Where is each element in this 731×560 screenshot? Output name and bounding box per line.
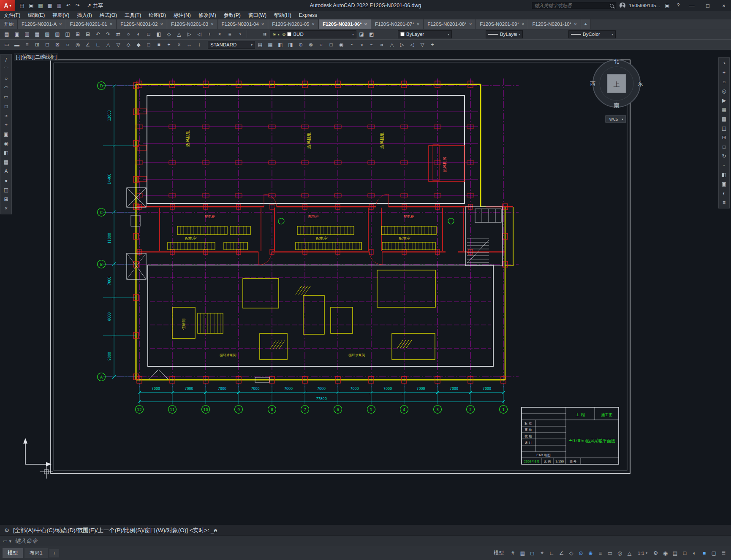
file-tab[interactable]: F120S-N0201-A×	[18, 19, 66, 29]
menu-item-8[interactable]: 修改(M)	[195, 12, 220, 19]
text-style-combo[interactable]: STANDARD▾	[208, 41, 255, 49]
toolbar-icon[interactable]: ◧	[154, 30, 164, 39]
model-space-button[interactable]: 模型	[490, 549, 507, 557]
navbar-icon-0[interactable]: ◔	[719, 59, 729, 68]
navbar-icon-2[interactable]: ○	[719, 77, 729, 87]
draw-toolbar-icon-15[interactable]: ⊞	[1, 195, 11, 204]
toolbar-icon[interactable]: ⇄	[113, 30, 123, 39]
tab-close-icon[interactable]: ×	[312, 22, 314, 27]
toolbar-icon[interactable]: ×	[215, 30, 225, 39]
toolbar-icon[interactable]: ∟	[93, 40, 103, 49]
toolbar-icon[interactable]: ◧	[275, 40, 285, 49]
file-tab[interactable]: F120S-N0201-04×	[218, 19, 269, 29]
toolbar-icon[interactable]: ○	[123, 30, 133, 39]
toolbar-icon[interactable]: ◇	[164, 30, 174, 39]
user-avatar-icon[interactable]	[620, 3, 625, 8]
menu-item-7[interactable]: 标注(N)	[170, 12, 195, 19]
draw-toolbar-icon-6[interactable]: ≈	[1, 111, 11, 120]
toolbar-icon[interactable]: ◁	[194, 30, 204, 39]
navbar-icon-13[interactable]: ▣	[719, 179, 729, 189]
file-tab[interactable]: F120S-N0201-02×	[117, 19, 167, 29]
lineweight-combo[interactable]: ByColor▾	[568, 30, 616, 38]
toolbar-icon[interactable]: ◫	[63, 30, 73, 39]
match-properties-icon[interactable]: ◩	[367, 30, 377, 39]
toolbar-icon[interactable]: △	[103, 40, 113, 49]
toolbar-icon[interactable]: ▦	[32, 30, 42, 39]
toolbar-icon[interactable]: +	[204, 30, 215, 39]
model-tab[interactable]: 模型	[3, 548, 23, 558]
toolbar-icon[interactable]: ○	[316, 40, 326, 49]
workspace-gear-icon[interactable]: ⚙	[651, 548, 660, 558]
navbar-icon-14[interactable]: ◐	[719, 189, 729, 198]
command-window-icon[interactable]: ▭	[3, 538, 7, 544]
clean-screen-toggle[interactable]: ▢	[709, 548, 719, 558]
open-file-icon[interactable]: ▣	[27, 3, 35, 8]
draw-toolbar-icon-16[interactable]: ×	[1, 204, 11, 213]
toolbar-icon[interactable]: ▣	[12, 30, 22, 39]
toolbar-icon[interactable]: ⊞	[32, 40, 42, 49]
menu-item-10[interactable]: 窗口(W)	[245, 12, 270, 19]
toolbar-icon[interactable]: ○	[63, 40, 73, 49]
tab-close-icon[interactable]: ×	[59, 22, 62, 27]
new-file-icon[interactable]: ▤	[18, 3, 26, 8]
menu-item-12[interactable]: Express	[295, 12, 321, 18]
ui-lock-toggle[interactable]: □	[680, 548, 690, 558]
layer-properties-icon[interactable]: ≋	[260, 30, 270, 39]
viewport-controls[interactable]: [-][俯视][二维线框]	[14, 53, 58, 61]
toolbar-icon[interactable]: ∠	[83, 40, 93, 49]
toolbar-icon[interactable]: ▽	[113, 40, 123, 49]
draw-toolbar-icon-4[interactable]: ▭	[1, 92, 11, 102]
infer-constraints-toggle[interactable]: ◻	[527, 548, 537, 558]
match-properties-icon[interactable]: ◪	[356, 30, 367, 39]
help-icon[interactable]: ?	[674, 3, 682, 8]
drawing-canvas[interactable]: 热风机组热风机组热风机组热风机房配电柜配电柜配电柜配电室配电室配电室值班间循环水…	[0, 50, 731, 525]
navbar-icon-1[interactable]: +	[719, 68, 729, 77]
isodraft-toggle[interactable]: ◇	[566, 548, 576, 558]
draw-toolbar-icon-9[interactable]: ◉	[1, 139, 11, 148]
toolbar-icon[interactable]: ◨	[285, 40, 296, 49]
toolbar-icon[interactable]: ◔	[346, 40, 356, 49]
menu-item-5[interactable]: 工具(T)	[121, 12, 145, 19]
toolbar-icon[interactable]: ◁	[407, 40, 417, 49]
3d-osnap-toggle[interactable]: △	[625, 548, 634, 558]
menu-item-4[interactable]: 格式(O)	[96, 12, 121, 19]
file-tab[interactable]: F120S-N0201-07*×	[371, 19, 424, 29]
toolbar-icon[interactable]: △	[387, 40, 397, 49]
transparency-toggle[interactable]: ▭	[605, 548, 615, 558]
ortho-toggle[interactable]: ∟	[547, 548, 557, 558]
tab-close-icon[interactable]: ×	[574, 22, 576, 27]
draw-toolbar-icon-11[interactable]: ▤	[1, 157, 11, 167]
toolbar-icon[interactable]: ↷	[103, 30, 113, 39]
toolbar-icon[interactable]: ▨	[52, 30, 63, 39]
menu-item-0[interactable]: 文件(F)	[0, 12, 24, 19]
toolbar-icon[interactable]: △	[174, 30, 184, 39]
toolbar-icon[interactable]: □	[144, 40, 154, 49]
wcs-control[interactable]: WCS▾	[606, 116, 626, 122]
toolbar-icon[interactable]: ◐	[133, 30, 144, 39]
toolbar-icon[interactable]: ◎	[73, 40, 83, 49]
redo-icon[interactable]: ↷	[73, 3, 82, 8]
draw-toolbar-icon-1[interactable]: ⌒	[1, 65, 11, 74]
file-tab[interactable]: F120S-N0201-05×	[268, 19, 319, 29]
menu-item-2[interactable]: 视图(V)	[49, 12, 73, 19]
annotation-monitor-toggle[interactable]: ◉	[660, 548, 670, 558]
toolbar-icon[interactable]: ~	[367, 40, 377, 49]
toolbar-icon[interactable]: ▧	[42, 30, 52, 39]
toolbar-icon[interactable]: ▽	[417, 40, 427, 49]
menu-item-1[interactable]: 编辑(E)	[24, 12, 49, 19]
command-customize-icon[interactable]: ⚙	[3, 527, 11, 533]
toolbar-icon[interactable]: ↕	[194, 40, 204, 49]
navbar-icon-6[interactable]: ▤	[719, 114, 729, 124]
toolbar-icon[interactable]: ⊕	[296, 40, 306, 49]
plot-icon[interactable]: ▥	[55, 3, 63, 8]
toolbar-icon[interactable]: □	[326, 40, 336, 49]
polar-tracking-toggle[interactable]: ∠	[557, 548, 566, 558]
draw-toolbar-icon-7[interactable]: +	[1, 120, 11, 130]
snap-toggle[interactable]: ▦	[518, 548, 527, 558]
toolbar-icon[interactable]: ◆	[133, 40, 144, 49]
navbar-icon-9[interactable]: □	[719, 142, 729, 151]
lineweight-toggle[interactable]: ≡	[595, 548, 605, 558]
user-name[interactable]: 1505999135...	[629, 3, 660, 8]
maximize-button[interactable]: □	[701, 0, 714, 11]
toolbar-icon[interactable]: ▭	[2, 40, 12, 49]
